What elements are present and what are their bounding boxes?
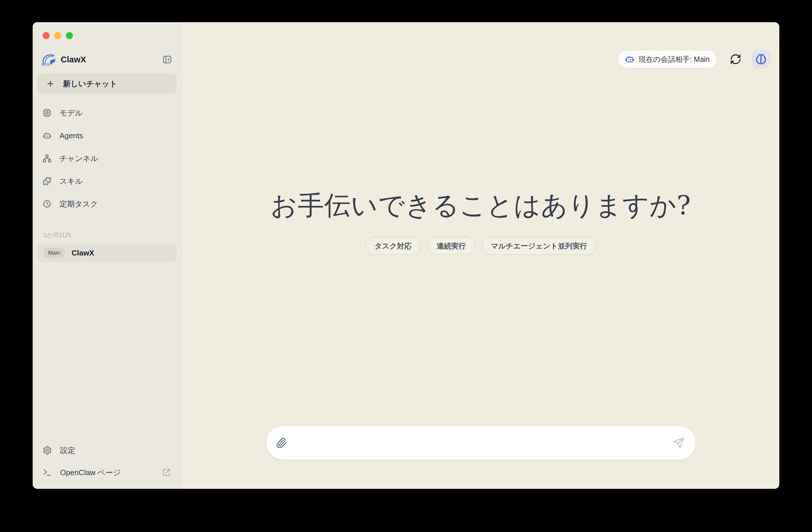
brain-button[interactable] [752, 50, 770, 68]
gear-icon [43, 446, 52, 455]
sidebar-item-agents[interactable]: Agents [33, 124, 181, 147]
sidebar: ClawX 新しいチャット モデル [33, 22, 182, 489]
status-text: ゲートウェイ 接続済み | ポート: 18789 | pid: 69319 [283, 488, 438, 489]
app-window: ClawX 新しいチャット モデル [33, 22, 779, 489]
sidebar-item-models[interactable]: モデル [33, 101, 181, 124]
sidebar-item-label: モデル [59, 108, 83, 118]
brain-icon [755, 54, 767, 65]
composer [266, 426, 696, 460]
titlebar-divider [33, 45, 779, 45]
hero: お手伝いできることはありますか? タスク対応 連続実行 マルチエージェント並列実… [182, 188, 779, 255]
brand-row: ClawX [33, 51, 181, 68]
puzzle-icon [43, 177, 51, 186]
sidebar-item-label: 定期タスク [59, 199, 98, 209]
sidebar-item-label: スキル [59, 176, 83, 186]
new-chat-label: 新しいチャット [63, 79, 117, 89]
network-icon [43, 154, 51, 163]
history-title: ClawX [71, 248, 94, 258]
sidebar-item-openclaw-page[interactable]: OpenClaw ページ [33, 461, 181, 484]
traffic-lights [43, 32, 73, 39]
message-input[interactable] [294, 438, 665, 447]
main-area: 現在の会話相手: Main お手伝いできることはありますか? タスク対応 連続実… [182, 22, 779, 489]
sidebar-item-settings[interactable]: 設定 [33, 439, 181, 461]
close-window-button[interactable] [43, 32, 49, 39]
sidebar-item-channels[interactable]: チャンネル [33, 147, 181, 170]
send-icon[interactable] [672, 437, 684, 449]
sidebar-nav: モデル Agents チャンネル [33, 101, 181, 215]
brand-name: ClawX [61, 55, 86, 64]
hero-heading: お手伝いできることはありますか? [182, 188, 779, 224]
sidebar-item-label: Agents [59, 131, 83, 140]
sidebar-item-skills[interactable]: スキル [33, 170, 181, 192]
sidebar-item-scheduled-tasks[interactable]: 定期タスク [33, 192, 181, 215]
current-conversation-button[interactable]: 現在の会話相手: Main [618, 50, 717, 68]
gateway-statusbar: ゲートウェイ 接続済み | ポート: 18789 | pid: 69319 [275, 488, 438, 489]
minimize-window-button[interactable] [54, 32, 61, 39]
sidebar-collapse-icon[interactable] [162, 55, 172, 64]
cpu-icon [43, 109, 51, 117]
chip-task-support[interactable]: タスク対応 [365, 237, 421, 255]
sidebar-footer: 設定 OpenClaw ページ [33, 439, 181, 484]
clock-icon [43, 200, 51, 208]
robot-icon [625, 55, 634, 64]
crawfish-logo-icon [41, 53, 57, 66]
plus-icon [46, 79, 55, 88]
robot-icon [43, 131, 51, 140]
history-section-label: 1か月以内 [33, 231, 181, 239]
sidebar-item-label: チャンネル [59, 154, 98, 163]
new-chat-button[interactable]: 新しいチャット [37, 73, 176, 94]
chip-continuous-run[interactable]: 連続実行 [427, 237, 475, 255]
terminal-icon [43, 468, 52, 477]
suggestion-chips: タスク対応 連続実行 マルチエージェント並列実行 [182, 237, 779, 255]
zoom-window-button[interactable] [66, 32, 73, 39]
sidebar-item-label: OpenClaw ページ [60, 468, 121, 478]
refresh-icon[interactable] [730, 53, 741, 65]
sidebar-item-label: 設定 [60, 445, 75, 456]
attachment-icon[interactable] [276, 437, 287, 449]
external-link-icon [162, 469, 171, 477]
history-item-clawx[interactable]: Main ClawX [37, 244, 176, 262]
history-badge: Main [43, 248, 65, 258]
top-controls: 現在の会話相手: Main [618, 50, 770, 68]
current-conversation-label: 現在の会話相手: Main [638, 55, 710, 64]
chip-multi-agent[interactable]: マルチエージェント並列実行 [481, 237, 596, 255]
